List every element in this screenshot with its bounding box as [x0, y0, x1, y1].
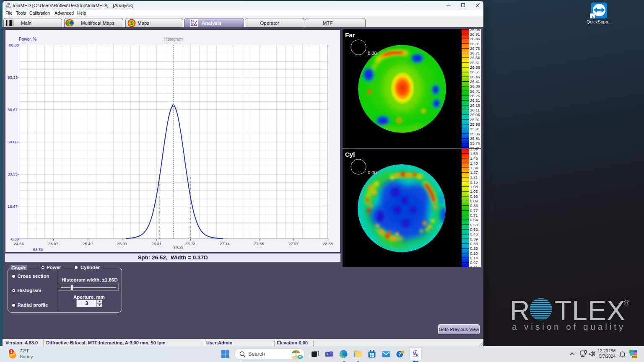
svg-text:T: T: [327, 352, 329, 356]
svg-text:PRE: PRE: [632, 356, 637, 358]
svg-text:?: ?: [398, 352, 401, 357]
svg-text:1: 1: [10, 349, 12, 354]
svg-text:D: D: [416, 353, 418, 357]
